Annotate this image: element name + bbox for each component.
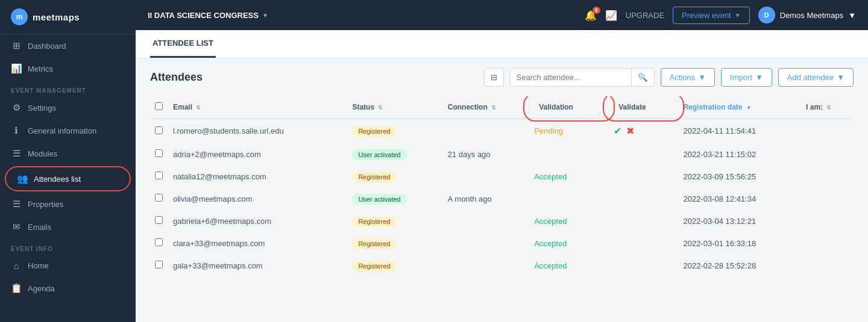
cell-status: Registered	[347, 119, 442, 143]
sidebar-item-agenda[interactable]: 📋 Agenda	[0, 277, 136, 300]
analytics-button[interactable]: 📈	[605, 10, 617, 21]
row-checkbox[interactable]	[155, 126, 163, 134]
attendees-icon: 👥	[17, 173, 28, 184]
search-input[interactable]	[511, 69, 631, 86]
cell-status: Registered	[347, 210, 442, 232]
upgrade-button[interactable]: UPGRADE	[626, 11, 664, 20]
table-row: l.romero@students.salle.url.eduRegistere…	[150, 119, 854, 143]
logo: m meetmaps	[0, 0, 136, 34]
cell-email: gabriela+6@meetmaps.com	[168, 210, 347, 232]
import-button[interactable]: Import ▼	[721, 68, 772, 87]
tab-attendee-list[interactable]: ATTENDEE LIST	[150, 30, 216, 58]
cell-connection: A month ago	[443, 188, 529, 210]
cell-validation: Accepted	[529, 210, 609, 232]
attendees-table: Email ⇅ Status ⇅ Connection ⇅ Validati	[150, 96, 854, 277]
cell-registration-date: 2022-02-28 15:52:28	[678, 255, 801, 277]
cell-validation: Accepted	[529, 232, 609, 255]
cell-i-am	[801, 166, 854, 188]
select-all-checkbox[interactable]	[155, 102, 163, 110]
app-container: m meetmaps ⊞ Dashboard 📊 Metrics EVENT M…	[0, 0, 868, 322]
cell-validate	[609, 143, 678, 166]
sidebar-item-settings[interactable]: ⚙ Settings	[0, 96, 136, 119]
user-menu[interactable]: D Demos Meetmaps ▼	[758, 7, 856, 23]
filter-button[interactable]: ⊟	[484, 68, 504, 87]
row-checkbox[interactable]	[155, 149, 163, 157]
sidebar-item-attendees-list[interactable]: 👥 Attendees list	[5, 166, 131, 191]
actions-button[interactable]: Actions ▼	[661, 68, 715, 87]
row-checkbox[interactable]	[155, 172, 163, 179]
logo-icon: m	[11, 8, 28, 25]
event-selector[interactable]: II DATA SCIENCE CONGRESS ▼	[148, 11, 268, 20]
user-caret-icon: ▼	[848, 11, 856, 20]
row-checkbox[interactable]	[155, 216, 163, 224]
connection-sort-icon: ⇅	[491, 105, 496, 111]
attendees-title: Attendees	[150, 71, 478, 84]
sidebar-item-properties[interactable]: ☰ Properties	[0, 193, 136, 215]
cell-validate	[609, 232, 678, 255]
cell-validation	[529, 143, 609, 166]
preview-event-button[interactable]: Preview event ▼	[673, 7, 750, 24]
cell-connection	[443, 210, 529, 232]
cell-status: Registered	[347, 166, 442, 188]
filter-icon: ⊟	[491, 73, 497, 82]
row-checkbox[interactable]	[155, 238, 163, 246]
cell-connection	[443, 166, 529, 188]
table-row: gala+33@meetmaps.comRegisteredAccepted20…	[150, 255, 854, 277]
connection-header[interactable]: Connection ⇅	[443, 96, 529, 119]
agenda-icon: 📋	[11, 283, 22, 294]
properties-icon: ☰	[11, 199, 22, 209]
validate-header: Validate	[609, 96, 678, 119]
cell-connection	[443, 255, 529, 277]
validate-check-button[interactable]: ✔	[614, 125, 621, 137]
search-box: 🔍	[510, 68, 655, 87]
cell-validation: Accepted	[529, 255, 609, 277]
logo-text: meetmaps	[33, 12, 80, 22]
dashboard-icon: ⊞	[11, 40, 22, 51]
sidebar-item-dashboard[interactable]: ⊞ Dashboard	[0, 34, 136, 57]
cell-validate	[609, 255, 678, 277]
actions-caret-icon: ▼	[698, 73, 706, 82]
cell-i-am	[801, 232, 854, 255]
cell-i-am	[801, 119, 854, 143]
add-attendee-button[interactable]: Add attendee ▼	[778, 68, 854, 87]
sidebar-item-emails[interactable]: ✉ Emails	[0, 215, 136, 238]
cell-validation: Accepted	[529, 166, 609, 188]
cell-email: natalia12@meetmaps.com	[168, 166, 347, 188]
email-header[interactable]: Email ⇅	[168, 96, 347, 119]
modules-icon: ☰	[11, 148, 22, 159]
info-icon: ℹ	[11, 125, 22, 136]
cell-status: User activated	[347, 143, 442, 166]
sidebar-item-home[interactable]: ⌂ Home	[0, 255, 136, 277]
status-header[interactable]: Status ⇅	[347, 96, 442, 119]
settings-icon: ⚙	[11, 102, 22, 113]
cell-email: olivia@meetmaps.com	[168, 188, 347, 210]
main-content: II DATA SCIENCE CONGRESS ▼ 🔔 5 📈 UPGRADE…	[136, 0, 868, 322]
emails-icon: ✉	[11, 221, 22, 232]
registration-date-header[interactable]: Registration date ▼	[678, 96, 801, 119]
notifications-button[interactable]: 🔔 5	[585, 10, 597, 21]
validate-reject-button[interactable]: ✖	[626, 125, 634, 137]
cell-email: adria+2@meetmaps.com	[168, 143, 347, 166]
cell-registration-date: 2022-03-08 12:41:34	[678, 188, 801, 210]
cell-validate	[609, 188, 678, 210]
cell-connection	[443, 232, 529, 255]
cell-connection	[443, 119, 529, 143]
table-row: olivia@meetmaps.comUser activatedA month…	[150, 188, 854, 210]
table-row: clara+33@meetmaps.comRegisteredAccepted2…	[150, 232, 854, 255]
row-checkbox[interactable]	[155, 194, 163, 202]
cell-i-am	[801, 143, 854, 166]
i-am-header[interactable]: I am: ⇅	[801, 96, 854, 119]
row-checkbox[interactable]	[155, 261, 163, 268]
notification-badge: 5	[593, 7, 600, 14]
topnav: II DATA SCIENCE CONGRESS ▼ 🔔 5 📈 UPGRADE…	[136, 0, 868, 30]
sidebar-item-metrics[interactable]: 📊 Metrics	[0, 57, 136, 80]
cell-status: Registered	[347, 255, 442, 277]
event-management-label: EVENT MANAGEMENT	[0, 80, 136, 96]
sidebar-item-modules[interactable]: ☰ Modules	[0, 142, 136, 165]
search-button[interactable]: 🔍	[631, 69, 654, 86]
sidebar-item-general-information[interactable]: ℹ General information	[0, 119, 136, 142]
topnav-icons: 🔔 5 📈	[585, 10, 617, 21]
cell-email: gala+33@meetmaps.com	[168, 255, 347, 277]
cell-email: l.romero@students.salle.url.edu	[168, 119, 347, 143]
cell-status: User activated	[347, 188, 442, 210]
